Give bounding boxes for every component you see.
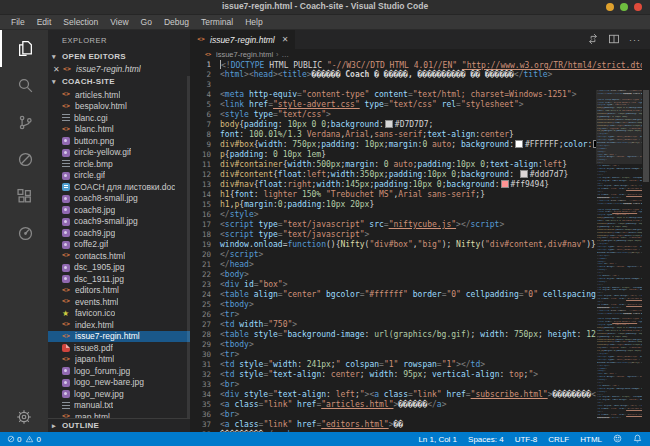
code-line[interactable]: 35<a class="link" href="articles.html">�…	[190, 400, 642, 410]
code-line[interactable]: 16</style>	[190, 210, 642, 220]
minimap-viewport[interactable]	[596, 90, 642, 164]
code-line[interactable]: 22<body>	[190, 270, 642, 280]
open-editor-item[interactable]: issue7-regin.html	[48, 63, 190, 75]
file-item-coach9-small.jpg[interactable]: coach9-small.jpg	[48, 216, 190, 228]
menu-terminal[interactable]: Terminal	[195, 17, 239, 27]
code-line[interactable]: 38���������</a><br>	[190, 430, 642, 432]
minimize-button[interactable]	[606, 3, 614, 11]
file-item-dsc_1905.jpg[interactable]: dsc_1905.jpg	[48, 262, 190, 274]
code-line[interactable]: 1<!DOCTYPE HTML PUBLIC "-//W3C//DTD HTML…	[190, 60, 642, 70]
file-item-editors.html[interactable]: editors.html	[48, 285, 190, 297]
code-line[interactable]: 33<br>	[190, 380, 642, 390]
file-item-events.html[interactable]: events.html	[48, 296, 190, 308]
code-line[interactable]: 14h1{font: lighter 150% "Trebuchet MS",A…	[190, 190, 642, 200]
code-line[interactable]: 19window.onload=function(){Nifty("div#bo…	[190, 240, 642, 250]
file-item-COACH для листовки.doc[interactable]: COACH для листовки.doc	[48, 181, 190, 193]
code-line[interactable]: 32<td style="text-align: center; width: …	[190, 370, 642, 380]
code-line[interactable]: 7body{padding: 10px 0 0;background:#D7D7…	[190, 120, 642, 130]
minimap[interactable]: <!DOCTYPE HTML PUBLIC "-//W3C//DTD HTML …	[596, 90, 642, 432]
code-line[interactable]: 24<table align="center" bgcolor="#ffffff…	[190, 290, 642, 300]
code-line[interactable]: 23<div id="box">	[190, 280, 642, 290]
code-line[interactable]: 27<td width="750">	[190, 320, 642, 330]
open-editors-header[interactable]: OPEN EDITORS	[48, 50, 190, 63]
code-line[interactable]: 11div#container{width:500px;margin: 0 au…	[190, 160, 642, 170]
file-item-index.html[interactable]: index.html	[48, 319, 190, 331]
code-line[interactable]: 25<tbody>	[190, 300, 642, 310]
file-item-circle.gif[interactable]: circle.gif	[48, 170, 190, 182]
code-line[interactable]: 21</head>	[190, 260, 642, 270]
file-item-map.html[interactable]: map.html	[48, 411, 190, 418]
file-item-bespalov.html[interactable]: bespalov.html	[48, 101, 190, 113]
code-line[interactable]: 17<script type="text/javascript" src="ni…	[190, 220, 642, 230]
code-line[interactable]: 30<tr>	[190, 350, 642, 360]
code-line[interactable]: 26<tr>	[190, 310, 642, 320]
source-control-icon[interactable]	[0, 104, 48, 141]
code-line[interactable]: 34<div style="text-align: left;"><a clas…	[190, 390, 642, 400]
editor-scrollbar[interactable]	[642, 90, 650, 432]
folder-header[interactable]: COACH-SITE	[48, 75, 190, 88]
file-item-dsc_1911.jpg[interactable]: dsc_1911.jpg	[48, 273, 190, 285]
code-line[interactable]: 8font: 100.01%/1.3 Verdana,Arial,sans-se…	[190, 130, 642, 140]
file-item-logo_new.jpg[interactable]: logo_new.jpg	[48, 388, 190, 400]
code-line[interactable]: 20</script>	[190, 250, 642, 260]
tab-issue7-regin[interactable]: issue7-regin.html	[190, 30, 296, 49]
code-line[interactable]: 4<meta http-equiv="content-type" content…	[190, 90, 642, 100]
code-line[interactable]: 31<td style="width: 241px;" colspan="1" …	[190, 360, 642, 370]
file-item-manual.txt[interactable]: manual.txt	[48, 400, 190, 412]
menu-file[interactable]: File	[5, 17, 31, 27]
file-item-articles.html[interactable]: articles.html	[48, 89, 190, 101]
language-mode[interactable]: HTML	[580, 435, 602, 444]
code-line[interactable]: 37<a class="link" href="editors.html">��	[190, 420, 642, 430]
menu-view[interactable]: View	[104, 17, 134, 27]
live-preview-icon[interactable]	[0, 215, 48, 252]
file-item-issue7-regin.html[interactable]: issue7-regin.html	[48, 331, 190, 343]
maximize-button[interactable]	[620, 3, 628, 11]
code-line[interactable]: 13div#nav{float:right;width:145px;paddin…	[190, 180, 642, 190]
menu-debug[interactable]: Debug	[158, 17, 195, 27]
encoding[interactable]: UTF-8	[515, 435, 538, 444]
file-item-logo_forum.jpg[interactable]: logo_forum.jpg	[48, 365, 190, 377]
file-item-blanc.html[interactable]: blanc.html	[48, 124, 190, 136]
file-item-favicon.ico[interactable]: favicon.ico	[48, 308, 190, 320]
file-item-coffe2.gif[interactable]: coffe2.gif	[48, 239, 190, 251]
menu-edit[interactable]: Edit	[31, 17, 58, 27]
code-line[interactable]: 12div#content{float:left;width:350px;pad…	[190, 170, 642, 180]
problems-warnings[interactable]: 0	[25, 435, 40, 444]
file-item-coach9.jpg[interactable]: coach9.jpg	[48, 227, 190, 239]
close-button[interactable]	[634, 3, 642, 11]
code-editor[interactable]: 1<!DOCTYPE HTML PUBLIC "-//W3C//DTD HTML…	[190, 60, 650, 432]
search-icon[interactable]	[0, 67, 48, 104]
code-line[interactable]: 10p{padding: 0 10px 1em}	[190, 150, 642, 160]
indentation[interactable]: Spaces: 4	[468, 435, 504, 444]
cursor-position[interactable]: Ln 1, Col 1	[418, 435, 457, 444]
code-line[interactable]: 29<tbody>	[190, 340, 642, 350]
file-item-blanc.cgi[interactable]: blanc.cgi	[48, 112, 190, 124]
file-item-logo_new-bare.jpg[interactable]: logo_new-bare.jpg	[48, 377, 190, 389]
eol-sequence[interactable]: CRLF	[548, 435, 569, 444]
more-actions-icon[interactable]	[629, 35, 641, 45]
breadcrumb-file[interactable]: issue7-regin.html	[216, 50, 273, 59]
menu-go[interactable]: Go	[135, 17, 158, 27]
close-icon[interactable]	[53, 65, 63, 74]
tab-close-icon[interactable]	[282, 35, 289, 44]
file-item-coach8.jpg[interactable]: coach8.jpg	[48, 204, 190, 216]
code-line[interactable]: 2<html><head><title>������ Coach � �����…	[190, 70, 642, 80]
file-item-button.png[interactable]: button.png	[48, 135, 190, 147]
code-line[interactable]: 9div#box{width: 750px;padding: 10px;marg…	[190, 140, 642, 150]
code-line[interactable]: 5<link href="style-advert.css" type="tex…	[190, 100, 642, 110]
notifications-bell-icon[interactable]	[633, 434, 642, 445]
problems-errors[interactable]: 0	[7, 435, 21, 444]
file-item-circle-yellow.gif[interactable]: circle-yellow.gif	[48, 147, 190, 159]
explorer-icon[interactable]	[0, 30, 48, 67]
menu-selection[interactable]: Selection	[57, 17, 104, 27]
outline-header[interactable]: OUTLINE	[48, 418, 190, 432]
code-line[interactable]: 6<style type="text/css">	[190, 110, 642, 120]
code-line[interactable]: 18<script type="text/javascript">	[190, 230, 642, 240]
code-line[interactable]: 15h1,p{margin:0;padding:10px 20px}	[190, 200, 642, 210]
menu-help[interactable]: Help	[239, 17, 268, 27]
file-item-japan.html[interactable]: japan.html	[48, 354, 190, 366]
file-item-coach8-small.jpg[interactable]: coach8-small.jpg	[48, 193, 190, 205]
extensions-icon[interactable]	[0, 178, 48, 215]
code-line[interactable]: 36<br>	[190, 410, 642, 420]
file-item-circle.bmp[interactable]: circle.bmp	[48, 158, 190, 170]
